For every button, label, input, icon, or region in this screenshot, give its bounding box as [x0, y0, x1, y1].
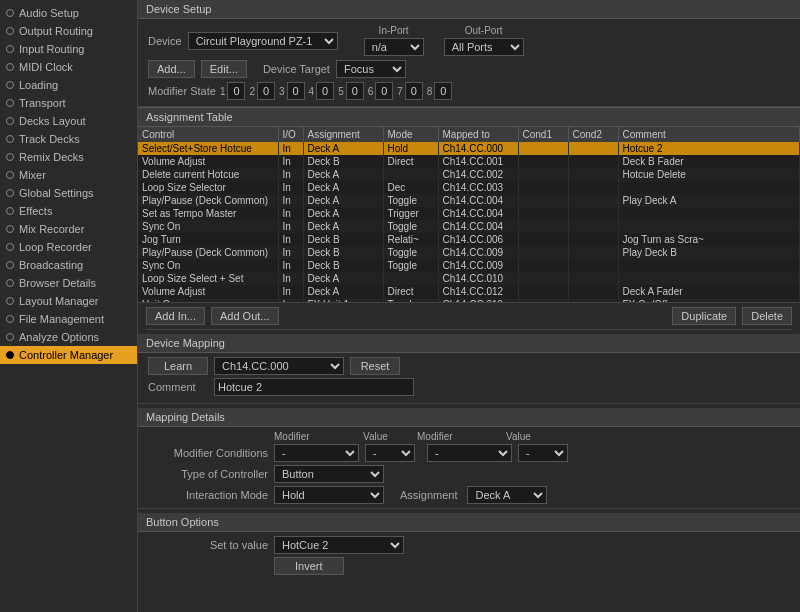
sidebar-item-mixer[interactable]: Mixer — [0, 166, 137, 184]
table-cell — [618, 220, 800, 233]
table-row[interactable]: Jog TurnInDeck BRelati~Ch14.CC.006Jog Tu… — [138, 233, 800, 246]
assignment-label: Assignment — [400, 489, 457, 501]
interaction-mode-select[interactable]: Hold — [274, 486, 384, 504]
mod-input-5[interactable] — [346, 82, 364, 100]
sidebar-item-track-decks[interactable]: Track Decks — [0, 130, 137, 148]
table-cell: Deck B — [303, 259, 383, 272]
sidebar-item-effects[interactable]: Effects — [0, 202, 137, 220]
table-btn-left: Add In... Add Out... — [146, 307, 279, 325]
edit-button[interactable]: Edit... — [201, 60, 247, 78]
sidebar-item-audio-setup[interactable]: Audio Setup — [0, 4, 137, 22]
table-row[interactable]: Sync OnInDeck AToggleCh14.CC.004 — [138, 220, 800, 233]
hotcue-select[interactable]: HotCue 2 — [274, 536, 404, 554]
out-port-select[interactable]: All Ports — [444, 38, 524, 56]
duplicate-button[interactable]: Duplicate — [672, 307, 736, 325]
sidebar-item-analyze-options[interactable]: Analyze Options — [0, 328, 137, 346]
table-row[interactable]: Set as Tempo MasterInDeck ATriggerCh14.C… — [138, 207, 800, 220]
table-cell: Ch14.CC.010 — [438, 272, 518, 285]
mod-input-8[interactable] — [434, 82, 452, 100]
table-cell: In — [278, 142, 303, 155]
invert-button[interactable]: Invert — [274, 557, 344, 575]
sidebar-item-broadcasting[interactable]: Broadcasting — [0, 256, 137, 274]
in-port-select[interactable]: n/a — [364, 38, 424, 56]
add-button[interactable]: Add... — [148, 60, 195, 78]
table-buttons-row: Add In... Add Out... Duplicate Delete — [138, 302, 800, 329]
table-row[interactable]: Sync OnInDeck BToggleCh14.CC.009 — [138, 259, 800, 272]
sidebar-item-transport[interactable]: Transport — [0, 94, 137, 112]
table-cell — [568, 142, 618, 155]
table-row[interactable]: Loop Size SelectorInDeck ADecCh14.CC.003 — [138, 181, 800, 194]
modifier2-select[interactable]: - — [427, 444, 512, 462]
modifier-conditions-row: Modifier Conditions - - - - — [148, 444, 790, 462]
table-cell: Loop Size Select + Set — [138, 272, 278, 285]
sidebar-dot — [6, 297, 14, 305]
mod-3: 3 — [279, 82, 305, 100]
learn-button[interactable]: Learn — [148, 357, 208, 375]
reset-button[interactable]: Reset — [350, 357, 400, 375]
sidebar-item-label: Layout Manager — [19, 295, 99, 307]
sidebar-item-loop-recorder[interactable]: Loop Recorder — [0, 238, 137, 256]
table-row[interactable]: Volume AdjustInDeck ADirectCh14.CC.012De… — [138, 285, 800, 298]
table-row[interactable]: Play/Pause (Deck Common)InDeck BToggleCh… — [138, 246, 800, 259]
delete-button[interactable]: Delete — [742, 307, 792, 325]
table-row[interactable]: Select/Set+Store HotcueInDeck AHoldCh14.… — [138, 142, 800, 155]
sidebar-item-file-management[interactable]: File Management — [0, 310, 137, 328]
table-row[interactable]: Loop Size Select + SetInDeck ACh14.CC.01… — [138, 272, 800, 285]
set-to-value-label: Set to value — [148, 539, 268, 551]
sidebar-item-loading[interactable]: Loading — [0, 76, 137, 94]
table-cell: Deck B — [303, 233, 383, 246]
type-controller-select[interactable]: Button — [274, 465, 384, 483]
table-cell — [518, 142, 568, 155]
mod-input-2[interactable] — [257, 82, 275, 100]
type-controller-label: Type of Controller — [148, 468, 268, 480]
sidebar-item-global-settings[interactable]: Global Settings — [0, 184, 137, 202]
table-cell — [518, 155, 568, 168]
table-cell: Play Deck B — [618, 246, 800, 259]
table-cell: Ch14.CC.001 — [438, 155, 518, 168]
sidebar-item-remix-decks[interactable]: Remix Decks — [0, 148, 137, 166]
mod-input-3[interactable] — [287, 82, 305, 100]
table-row[interactable]: Volume AdjustInDeck BDirectCh14.CC.001De… — [138, 155, 800, 168]
table-cell: Play Deck A — [618, 194, 800, 207]
mapping-value-select[interactable]: Ch14.CC.000 — [214, 357, 344, 375]
device-select[interactable]: Circuit Playground PZ-1 — [188, 32, 338, 50]
sidebar-item-output-routing[interactable]: Output Routing — [0, 22, 137, 40]
mapping-learn-row: Learn Ch14.CC.000 Reset — [148, 357, 790, 375]
assignment-select[interactable]: Deck A — [467, 486, 547, 504]
sidebar-item-label: Analyze Options — [19, 331, 99, 343]
sidebar-item-input-routing[interactable]: Input Routing — [0, 40, 137, 58]
assignment-table-container[interactable]: Control I/O Assignment Mode Mapped to Co… — [138, 127, 800, 302]
sidebar-dot — [6, 333, 14, 341]
table-cell — [568, 220, 618, 233]
mod-input-7[interactable] — [405, 82, 423, 100]
comment-input[interactable]: Hotcue 2 — [214, 378, 414, 396]
sidebar-dot — [6, 225, 14, 233]
table-cell: Ch14.CC.003 — [438, 181, 518, 194]
mod-input-1[interactable] — [227, 82, 245, 100]
sidebar-item-midi-clock[interactable]: MIDI Clock — [0, 58, 137, 76]
table-cell: Ch14.CC.004 — [438, 194, 518, 207]
modifier1-select[interactable]: - — [274, 444, 359, 462]
table-cell: Volume Adjust — [138, 155, 278, 168]
device-setup-header: Device Setup — [138, 0, 800, 19]
table-row[interactable]: Play/Pause (Deck Common)InDeck AToggleCh… — [138, 194, 800, 207]
table-cell: Toggle — [383, 220, 438, 233]
sidebar-item-controller-manager[interactable]: Controller Manager — [0, 346, 137, 364]
sidebar: Audio SetupOutput RoutingInput RoutingMI… — [0, 0, 138, 612]
table-cell: Deck A — [303, 285, 383, 298]
sidebar-item-decks-layout[interactable]: Decks Layout — [0, 112, 137, 130]
table-row[interactable]: Delete current HotcueInDeck ACh14.CC.002… — [138, 168, 800, 181]
add-in-button[interactable]: Add In... — [146, 307, 205, 325]
table-cell — [518, 246, 568, 259]
add-out-button[interactable]: Add Out... — [211, 307, 279, 325]
value2-select[interactable]: - — [518, 444, 568, 462]
mod-5: 5 — [338, 82, 364, 100]
table-cell: Deck B — [303, 155, 383, 168]
value1-select[interactable]: - — [365, 444, 415, 462]
mod-input-6[interactable] — [375, 82, 393, 100]
sidebar-item-browser-details[interactable]: Browser Details — [0, 274, 137, 292]
device-target-select[interactable]: Focus — [336, 60, 406, 78]
sidebar-item-mix-recorder[interactable]: Mix Recorder — [0, 220, 137, 238]
mod-input-4[interactable] — [316, 82, 334, 100]
sidebar-item-layout-manager[interactable]: Layout Manager — [0, 292, 137, 310]
